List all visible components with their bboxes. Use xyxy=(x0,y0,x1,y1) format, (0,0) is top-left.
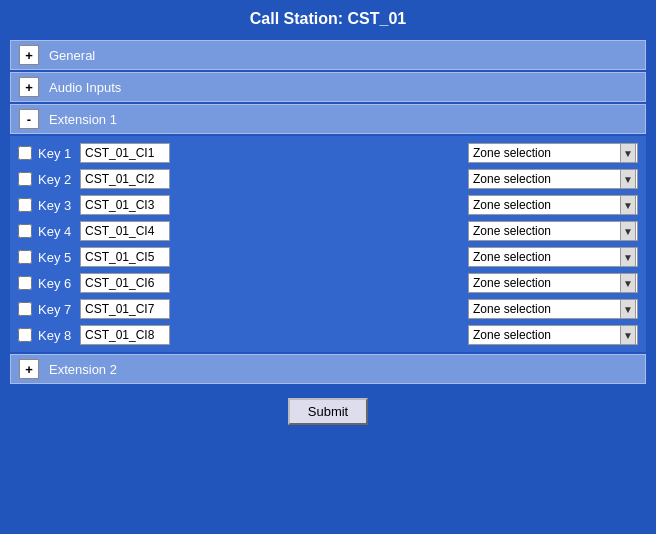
key-checkbox-7[interactable] xyxy=(18,302,32,316)
key-select-1[interactable]: Zone selection xyxy=(468,143,638,163)
general-section-bar[interactable]: + General xyxy=(10,40,646,70)
page-title: Call Station: CST_01 xyxy=(0,0,656,40)
key-select-4[interactable]: Zone selection xyxy=(468,221,638,241)
key-input-8[interactable] xyxy=(80,325,170,345)
key-select-wrapper-1: Zone selection ▼ xyxy=(468,143,638,163)
key-row: Key 1 Zone selection ▼ xyxy=(10,140,646,166)
key-row: Key 4 Zone selection ▼ xyxy=(10,218,646,244)
key-row: Key 3 Zone selection ▼ xyxy=(10,192,646,218)
key-input-4[interactable] xyxy=(80,221,170,241)
extension2-label: Extension 2 xyxy=(49,362,117,377)
key-label-1: Key 1 xyxy=(38,146,80,161)
key-input-7[interactable] xyxy=(80,299,170,319)
key-select-3[interactable]: Zone selection xyxy=(468,195,638,215)
key-input-5[interactable] xyxy=(80,247,170,267)
submit-area: Submit xyxy=(0,398,656,425)
key-label-5: Key 5 xyxy=(38,250,80,265)
key-checkbox-3[interactable] xyxy=(18,198,32,212)
key-checkbox-2[interactable] xyxy=(18,172,32,186)
key-select-6[interactable]: Zone selection xyxy=(468,273,638,293)
key-label-2: Key 2 xyxy=(38,172,80,187)
extension1-content: Key 1 Zone selection ▼ Key 2 Zone select… xyxy=(10,136,646,352)
key-select-wrapper-7: Zone selection ▼ xyxy=(468,299,638,319)
key-label-4: Key 4 xyxy=(38,224,80,239)
key-label-8: Key 8 xyxy=(38,328,80,343)
key-select-wrapper-4: Zone selection ▼ xyxy=(468,221,638,241)
key-select-2[interactable]: Zone selection xyxy=(468,169,638,189)
key-checkbox-5[interactable] xyxy=(18,250,32,264)
key-label-6: Key 6 xyxy=(38,276,80,291)
key-input-1[interactable] xyxy=(80,143,170,163)
submit-button[interactable]: Submit xyxy=(288,398,368,425)
key-checkbox-4[interactable] xyxy=(18,224,32,238)
key-select-8[interactable]: Zone selection xyxy=(468,325,638,345)
key-label-3: Key 3 xyxy=(38,198,80,213)
extension1-label: Extension 1 xyxy=(49,112,117,127)
key-checkbox-6[interactable] xyxy=(18,276,32,290)
audio-inputs-expand-btn[interactable]: + xyxy=(19,77,39,97)
key-input-2[interactable] xyxy=(80,169,170,189)
key-select-7[interactable]: Zone selection xyxy=(468,299,638,319)
key-select-5[interactable]: Zone selection xyxy=(468,247,638,267)
general-expand-btn[interactable]: + xyxy=(19,45,39,65)
key-select-wrapper-8: Zone selection ▼ xyxy=(468,325,638,345)
extension1-expand-btn[interactable]: - xyxy=(19,109,39,129)
key-row: Key 8 Zone selection ▼ xyxy=(10,322,646,348)
key-select-wrapper-5: Zone selection ▼ xyxy=(468,247,638,267)
key-checkbox-8[interactable] xyxy=(18,328,32,342)
extension2-section-bar[interactable]: + Extension 2 xyxy=(10,354,646,384)
key-input-6[interactable] xyxy=(80,273,170,293)
audio-inputs-label: Audio Inputs xyxy=(49,80,121,95)
key-row: Key 2 Zone selection ▼ xyxy=(10,166,646,192)
key-input-3[interactable] xyxy=(80,195,170,215)
extension1-section-bar[interactable]: - Extension 1 xyxy=(10,104,646,134)
key-select-wrapper-3: Zone selection ▼ xyxy=(468,195,638,215)
key-label-7: Key 7 xyxy=(38,302,80,317)
key-row: Key 5 Zone selection ▼ xyxy=(10,244,646,270)
key-checkbox-1[interactable] xyxy=(18,146,32,160)
key-row: Key 7 Zone selection ▼ xyxy=(10,296,646,322)
key-select-wrapper-2: Zone selection ▼ xyxy=(468,169,638,189)
general-label: General xyxy=(49,48,95,63)
audio-inputs-section-bar[interactable]: + Audio Inputs xyxy=(10,72,646,102)
extension2-expand-btn[interactable]: + xyxy=(19,359,39,379)
key-row: Key 6 Zone selection ▼ xyxy=(10,270,646,296)
key-select-wrapper-6: Zone selection ▼ xyxy=(468,273,638,293)
